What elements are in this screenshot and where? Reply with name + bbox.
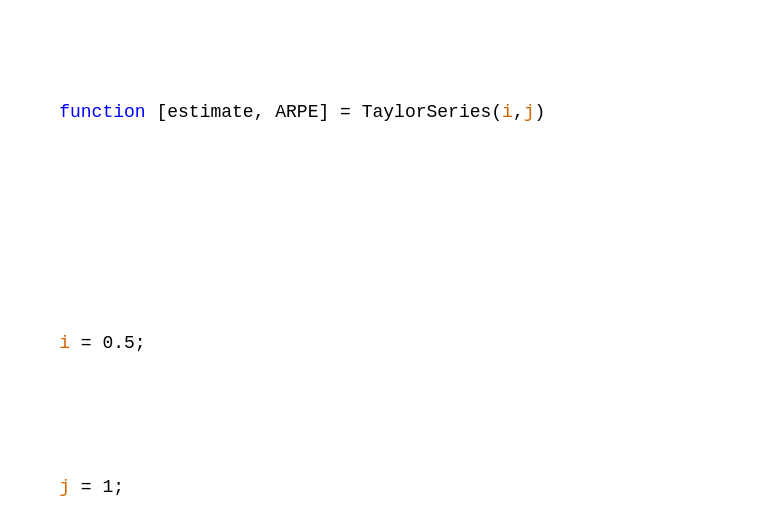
keyword-function: function — [59, 102, 145, 122]
line3-rest: = 0.5; — [70, 333, 146, 353]
comma: , — [513, 102, 524, 122]
line-4: j = 1; — [16, 444, 764, 522]
code-editor: function [estimate, ARPE] = TaylorSeries… — [16, 12, 764, 522]
line4-rest: = 1; — [70, 477, 124, 497]
var-j-assign: j — [59, 477, 70, 497]
var-i-assign: i — [59, 333, 70, 353]
var-i: i — [502, 102, 513, 122]
line1-rest: [estimate, ARPE] = TaylorSeries( — [146, 102, 502, 122]
line-blank-1 — [16, 214, 764, 243]
var-j: j — [524, 102, 535, 122]
line-1: function [estimate, ARPE] = TaylorSeries… — [16, 70, 764, 156]
close-paren: ) — [535, 102, 546, 122]
line-3: i = 0.5; — [16, 300, 764, 386]
